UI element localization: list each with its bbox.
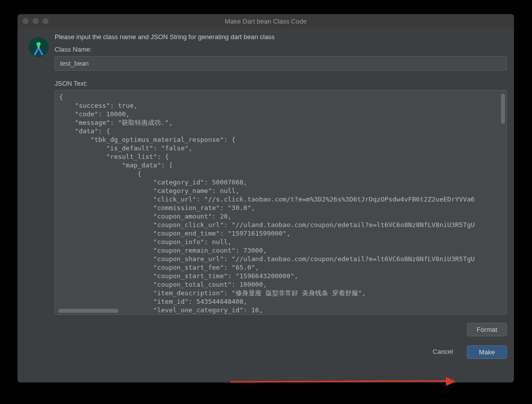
window-title: Make Dart bean Class Code (18, 18, 514, 25)
dialog-window: Make Dart bean Class Code Please input t… (18, 14, 514, 382)
format-button[interactable]: Format (467, 323, 507, 336)
vertical-scrollbar[interactable] (501, 94, 505, 124)
window-controls (23, 18, 49, 24)
zoom-window-button[interactable] (43, 18, 49, 24)
instruction-text: Please input the class name and JSON Str… (55, 33, 507, 41)
titlebar: Make Dart bean Class Code (18, 14, 514, 28)
cancel-button[interactable]: Cancel (423, 345, 463, 359)
format-row: Format (55, 323, 507, 336)
horizontal-scrollbar[interactable] (58, 309, 118, 313)
svg-rect-2 (38, 45, 40, 48)
json-text-label: JSON Text: (55, 80, 507, 87)
class-name-input[interactable] (55, 56, 507, 71)
form-column: Please input the class name and JSON Str… (55, 33, 507, 375)
dialog-content: Please input the class name and JSON Str… (18, 28, 514, 382)
android-studio-icon (28, 36, 50, 58)
make-button[interactable]: Make (467, 345, 507, 359)
json-text-container (55, 90, 507, 315)
class-name-label: Class Name: (55, 46, 507, 53)
action-row: Cancel Make (55, 345, 507, 359)
icon-column (25, 33, 55, 375)
json-text-input[interactable] (55, 91, 506, 314)
close-window-button[interactable] (23, 18, 29, 24)
minimize-window-button[interactable] (33, 18, 39, 24)
